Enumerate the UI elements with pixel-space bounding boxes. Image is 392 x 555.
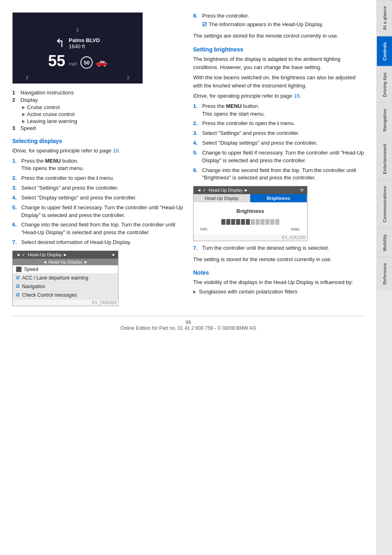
caption-sub-2: Active cruise control <box>27 111 74 117</box>
step-num: 1. <box>193 103 200 118</box>
hud-menu-top-icon: ⟳ <box>300 188 304 193</box>
b-seg-light <box>275 219 279 225</box>
hud-menu-top-text: ◄ ✓ Head-Up Display ► <box>197 188 248 193</box>
step-num-8: 8. <box>193 12 200 29</box>
step-item: 6. Change into the second field from the… <box>193 167 364 182</box>
b-seg-light <box>261 219 265 225</box>
selecting-displays-heading: Selecting displays <box>12 138 183 144</box>
step-item: 4. Select "Display settings" and press t… <box>12 194 183 202</box>
caption-sub-3: Leaving lane warning <box>27 118 77 124</box>
brightness-para3: iDrive, for operating principle refer to… <box>193 92 364 100</box>
step-item: 1. Press the MENU button.This opens the … <box>193 103 364 118</box>
hud-road-icon: 🚗 <box>96 57 107 67</box>
step-num: 3. <box>193 130 200 137</box>
brightness-bar <box>198 219 302 225</box>
sidebar-tab-entertainment[interactable]: Entertainment <box>377 138 392 180</box>
sidebar-tab-navigation[interactable]: Navigation <box>377 103 392 137</box>
stored-text-bottom: The setting is stored for the remote con… <box>193 255 364 264</box>
step-text: Press the controller to open the i menu. <box>202 120 295 128</box>
hud-speed-unit: mph <box>69 61 77 66</box>
hud-menu-content: Brightness <box>194 202 307 235</box>
brightness-max-label: max. <box>291 226 301 231</box>
step-item: 3. Select "Settings" and press the contr… <box>193 130 364 137</box>
step-num: 5. <box>12 204 19 219</box>
hud-speed-limit: 50 <box>80 56 93 69</box>
menu-label-speed: Speed <box>24 266 38 272</box>
menu-row-nav: ☑ Navigation <box>13 282 118 291</box>
menu-row-check-control: ☑ Check Control messages <box>13 291 118 300</box>
menu-row-acc: ☑ ACC / Lane departure warning <box>13 274 118 282</box>
caption-num-2: 2 <box>12 97 18 103</box>
step-text: Change to upper field if necessary. Turn… <box>21 204 183 219</box>
hud-distance: 1640 ft <box>69 43 85 49</box>
step-item: 7. Select desired information of Head-Up… <box>12 239 183 246</box>
menu-checkmark-acc: ☑ <box>16 275 20 280</box>
setting-brightness-heading: Setting brightness <box>193 46 364 53</box>
brightness-step7: 7. Turn the controller until the desired… <box>193 244 364 252</box>
menu-dot: ● <box>112 252 115 257</box>
brightness-para2: With the low beams switched on, the brig… <box>193 74 364 90</box>
sidebar-tab-mobility[interactable]: Mobility <box>377 228 392 257</box>
step-num: 4. <box>12 194 19 202</box>
notes-heading: Notes <box>193 269 364 276</box>
sidebar-tab-controls[interactable]: Controls <box>377 36 392 66</box>
menu-inner-text: ◄ Head-Up Display ► <box>42 260 88 264</box>
b-seg <box>231 219 235 225</box>
menu-label-nav: Navigation <box>22 284 45 289</box>
image-captions: 1 Navigation instructions 2 Display ▶ Cr… <box>12 90 183 131</box>
brightness-title: Brightness <box>198 208 302 214</box>
step-num-7b: 7. <box>193 244 200 252</box>
step-text: Select "Display settings" and press the … <box>202 139 317 147</box>
step-text: Press the MENU button.This opens the sta… <box>202 103 265 118</box>
hud-menu-top-bar: ◄ ✓ Head-Up Display ► ⟳ <box>194 186 307 194</box>
menu-checkmark-nav: ☑ <box>16 284 20 289</box>
brightness-para1: The brightness of the display is adapted… <box>193 55 364 71</box>
step-text: Change into the second field from the to… <box>21 221 183 237</box>
hud-menu-screenshot-left: ◄ ✓ Head-Up Display ► ● ◄ Head-Up Displa… <box>12 251 118 306</box>
step-text: Select desired information of Head-Up Di… <box>21 239 131 246</box>
step-num: 7. <box>12 239 19 246</box>
step-text: Change into the second field from the to… <box>202 167 364 182</box>
page-link-16b[interactable]: 16 <box>294 93 299 99</box>
hud-label-3: 3 <box>26 75 28 80</box>
caption-text-1: Navigation instructions <box>20 90 74 96</box>
bullet-tri-1: ▶ <box>22 105 25 110</box>
hud-image: 1 ↰ Palms BLVD 1640 ft 55 mph 50 🚗 <box>12 12 143 84</box>
sidebar-tab-driving-tips[interactable]: Driving tips <box>377 66 392 103</box>
b-seg <box>236 219 240 225</box>
menu-checkmark-cc: ☑ <box>16 293 20 297</box>
step-item-7b: 7. Turn the controller until the desired… <box>193 244 364 252</box>
step-num: 5. <box>193 149 200 165</box>
brightness-labels: min. max. <box>198 226 302 231</box>
b-seg <box>226 219 230 225</box>
step-num: 6. <box>12 221 19 237</box>
b-seg <box>241 219 245 225</box>
step-num: 2. <box>12 175 19 182</box>
step-result-text: The information appears in the Head-Up D… <box>209 21 323 29</box>
sidebar-tab-reference[interactable]: Reference <box>377 257 392 290</box>
hud-turn-arrow: ↰ <box>55 36 65 50</box>
sidebar-tab-communications[interactable]: Communications <box>377 180 392 228</box>
step-item: 4. Select "Display settings" and press t… <box>193 139 364 147</box>
checkmark-icon: ☑ <box>202 21 207 29</box>
step-text-8: Press the controller. ☑ The information … <box>202 12 323 29</box>
step-item: 5. Change to upper field if necessary. T… <box>193 149 364 165</box>
caption-num-3: 3 <box>12 125 18 131</box>
caption-sub-1: Cruise control <box>27 104 60 110</box>
hud-tab-brightness[interactable]: Brightness <box>250 194 307 202</box>
menu-label-cc: Check Control messages <box>22 292 77 298</box>
image-tag-right: EX_VJ/LVD5 <box>194 235 307 241</box>
hud-street-name: Palms BLVD <box>69 37 100 43</box>
hud-tab-display[interactable]: Head-Up Display <box>194 194 250 202</box>
step-text: Press the MENU button.This opens the sta… <box>21 157 84 173</box>
caption-num-1: 1 <box>12 90 18 96</box>
step-num: 6. <box>193 167 200 182</box>
hud-label-2: 2 <box>127 75 129 80</box>
sidebar-tab-at-a-glance[interactable]: At a glance <box>377 0 392 36</box>
step-item: 3. Select "Settings" and press the contr… <box>12 184 183 192</box>
chapter-sidebar: At a glance Controls Driving tips Naviga… <box>376 0 392 555</box>
image-tag-left: EV_ZA65354 <box>13 300 118 306</box>
selecting-displays-steps: 1. Press the MENU button.This opens the … <box>12 157 183 246</box>
menu-inner-bar: ◄ Head-Up Display ► <box>13 259 118 265</box>
page-link-16a[interactable]: 16 <box>113 148 118 154</box>
